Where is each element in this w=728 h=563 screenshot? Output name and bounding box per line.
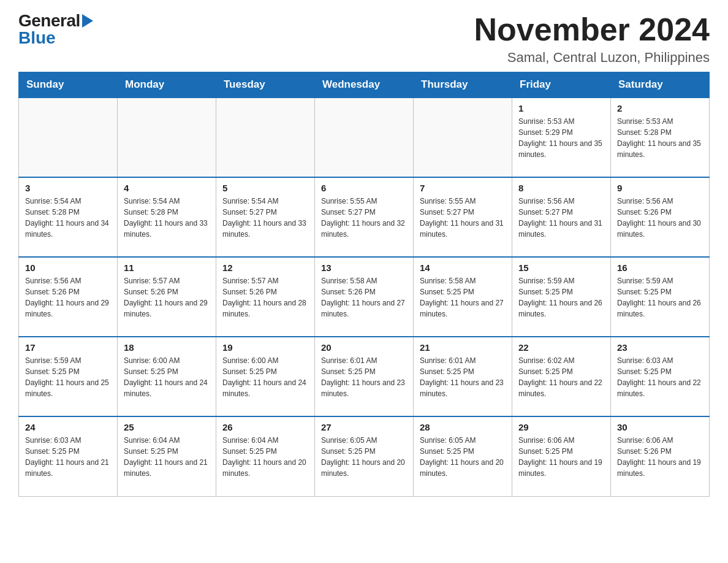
day-cell: 24Sunrise: 6:03 AM Sunset: 5:25 PM Dayli…: [19, 416, 118, 496]
day-cell: 30Sunrise: 6:06 AM Sunset: 5:26 PM Dayli…: [611, 416, 710, 496]
day-cell: 7Sunrise: 5:55 AM Sunset: 5:27 PM Daylig…: [414, 177, 512, 257]
header-wednesday: Wednesday: [315, 72, 414, 98]
day-info: Sunrise: 6:01 AM Sunset: 5:25 PM Dayligh…: [321, 355, 407, 399]
header-friday: Friday: [512, 72, 611, 98]
header-monday: Monday: [118, 72, 216, 98]
day-info: Sunrise: 5:55 AM Sunset: 5:27 PM Dayligh…: [321, 196, 407, 240]
day-cell: 25Sunrise: 6:04 AM Sunset: 5:25 PM Dayli…: [118, 416, 216, 496]
day-cell: 29Sunrise: 6:06 AM Sunset: 5:25 PM Dayli…: [512, 416, 611, 496]
day-info: Sunrise: 6:05 AM Sunset: 5:25 PM Dayligh…: [420, 435, 506, 479]
day-number: 20: [321, 342, 407, 353]
day-number: 11: [124, 262, 210, 273]
header-thursday: Thursday: [414, 72, 512, 98]
day-number: 21: [420, 342, 506, 353]
day-cell: 5Sunrise: 5:54 AM Sunset: 5:27 PM Daylig…: [216, 177, 315, 257]
week-row-1: 1Sunrise: 5:53 AM Sunset: 5:29 PM Daylig…: [19, 98, 710, 177]
day-cell: 11Sunrise: 5:57 AM Sunset: 5:26 PM Dayli…: [118, 257, 216, 337]
day-info: Sunrise: 5:55 AM Sunset: 5:27 PM Dayligh…: [420, 196, 506, 240]
day-cell: 9Sunrise: 5:56 AM Sunset: 5:26 PM Daylig…: [611, 177, 710, 257]
day-cell: 12Sunrise: 5:57 AM Sunset: 5:26 PM Dayli…: [216, 257, 315, 337]
day-info: Sunrise: 5:53 AM Sunset: 5:28 PM Dayligh…: [617, 116, 703, 160]
day-info: Sunrise: 6:05 AM Sunset: 5:25 PM Dayligh…: [321, 435, 407, 479]
logo: General Blue: [18, 12, 93, 47]
day-number: 8: [518, 183, 604, 193]
day-info: Sunrise: 6:04 AM Sunset: 5:25 PM Dayligh…: [124, 435, 210, 479]
day-info: Sunrise: 5:56 AM Sunset: 5:26 PM Dayligh…: [25, 275, 111, 320]
header-saturday: Saturday: [611, 72, 710, 98]
day-number: 18: [124, 342, 210, 353]
day-number: 29: [518, 422, 604, 432]
day-info: Sunrise: 6:06 AM Sunset: 5:25 PM Dayligh…: [518, 435, 604, 479]
day-number: 25: [124, 422, 210, 432]
day-number: 16: [617, 262, 703, 273]
week-row-4: 17Sunrise: 5:59 AM Sunset: 5:25 PM Dayli…: [19, 337, 710, 416]
header-tuesday: Tuesday: [216, 72, 315, 98]
day-info: Sunrise: 5:54 AM Sunset: 5:27 PM Dayligh…: [222, 196, 308, 240]
day-cell: 15Sunrise: 5:59 AM Sunset: 5:25 PM Dayli…: [512, 257, 611, 337]
day-info: Sunrise: 5:58 AM Sunset: 5:25 PM Dayligh…: [420, 275, 506, 320]
day-info: Sunrise: 6:00 AM Sunset: 5:25 PM Dayligh…: [222, 355, 308, 399]
month-title: November 2024: [474, 12, 710, 47]
day-cell: [216, 98, 315, 177]
header-row: SundayMondayTuesdayWednesdayThursdayFrid…: [19, 72, 710, 98]
day-cell: [19, 98, 118, 177]
day-cell: 27Sunrise: 6:05 AM Sunset: 5:25 PM Dayli…: [315, 416, 414, 496]
day-number: 7: [420, 183, 506, 193]
day-cell: [315, 98, 414, 177]
day-number: 27: [321, 422, 407, 432]
day-info: Sunrise: 6:06 AM Sunset: 5:26 PM Dayligh…: [617, 435, 703, 479]
day-number: 5: [222, 183, 308, 193]
day-cell: 26Sunrise: 6:04 AM Sunset: 5:25 PM Dayli…: [216, 416, 315, 496]
day-number: 6: [321, 183, 407, 193]
day-info: Sunrise: 5:53 AM Sunset: 5:29 PM Dayligh…: [518, 116, 604, 160]
day-info: Sunrise: 5:58 AM Sunset: 5:26 PM Dayligh…: [321, 275, 407, 320]
day-info: Sunrise: 5:59 AM Sunset: 5:25 PM Dayligh…: [518, 275, 604, 320]
day-number: 9: [617, 183, 703, 193]
day-cell: 3Sunrise: 5:54 AM Sunset: 5:28 PM Daylig…: [19, 177, 118, 257]
calendar-body: 1Sunrise: 5:53 AM Sunset: 5:29 PM Daylig…: [19, 98, 710, 496]
day-info: Sunrise: 5:59 AM Sunset: 5:25 PM Dayligh…: [617, 275, 703, 320]
day-number: 14: [420, 262, 506, 273]
day-info: Sunrise: 5:54 AM Sunset: 5:28 PM Dayligh…: [124, 196, 210, 240]
day-number: 3: [25, 183, 111, 193]
day-info: Sunrise: 6:04 AM Sunset: 5:25 PM Dayligh…: [222, 435, 308, 479]
day-number: 22: [518, 342, 604, 353]
day-cell: [414, 98, 512, 177]
day-info: Sunrise: 5:59 AM Sunset: 5:25 PM Dayligh…: [25, 355, 111, 399]
day-number: 30: [617, 422, 703, 432]
day-info: Sunrise: 6:01 AM Sunset: 5:25 PM Dayligh…: [420, 355, 506, 399]
day-cell: 8Sunrise: 5:56 AM Sunset: 5:27 PM Daylig…: [512, 177, 611, 257]
day-info: Sunrise: 5:57 AM Sunset: 5:26 PM Dayligh…: [222, 275, 308, 320]
day-cell: 16Sunrise: 5:59 AM Sunset: 5:25 PM Dayli…: [611, 257, 710, 337]
day-number: 15: [518, 262, 604, 273]
header-sunday: Sunday: [19, 72, 118, 98]
day-number: 23: [617, 342, 703, 353]
day-number: 12: [222, 262, 308, 273]
day-cell: 10Sunrise: 5:56 AM Sunset: 5:26 PM Dayli…: [19, 257, 118, 337]
day-number: 1: [518, 103, 604, 113]
day-cell: 19Sunrise: 6:00 AM Sunset: 5:25 PM Dayli…: [216, 337, 315, 416]
day-cell: 6Sunrise: 5:55 AM Sunset: 5:27 PM Daylig…: [315, 177, 414, 257]
day-number: 24: [25, 422, 111, 432]
day-info: Sunrise: 5:56 AM Sunset: 5:27 PM Dayligh…: [518, 196, 604, 240]
day-cell: 2Sunrise: 5:53 AM Sunset: 5:28 PM Daylig…: [611, 98, 710, 177]
logo-general-text: General: [18, 12, 93, 29]
calendar-table: SundayMondayTuesdayWednesdayThursdayFrid…: [18, 72, 710, 497]
day-info: Sunrise: 6:02 AM Sunset: 5:25 PM Dayligh…: [518, 355, 604, 399]
day-cell: [118, 98, 216, 177]
location: Samal, Central Luzon, Philippines: [474, 50, 710, 66]
day-info: Sunrise: 5:56 AM Sunset: 5:26 PM Dayligh…: [617, 196, 703, 240]
day-info: Sunrise: 6:03 AM Sunset: 5:25 PM Dayligh…: [617, 355, 703, 399]
day-cell: 13Sunrise: 5:58 AM Sunset: 5:26 PM Dayli…: [315, 257, 414, 337]
page-header: General Blue November 2024 Samal, Centra…: [18, 12, 710, 66]
day-info: Sunrise: 6:00 AM Sunset: 5:25 PM Dayligh…: [124, 355, 210, 399]
week-row-3: 10Sunrise: 5:56 AM Sunset: 5:26 PM Dayli…: [19, 257, 710, 337]
day-number: 10: [25, 262, 111, 273]
day-cell: 20Sunrise: 6:01 AM Sunset: 5:25 PM Dayli…: [315, 337, 414, 416]
day-cell: 4Sunrise: 5:54 AM Sunset: 5:28 PM Daylig…: [118, 177, 216, 257]
calendar-header: SundayMondayTuesdayWednesdayThursdayFrid…: [19, 72, 710, 98]
day-cell: 23Sunrise: 6:03 AM Sunset: 5:25 PM Dayli…: [611, 337, 710, 416]
day-number: 26: [222, 422, 308, 432]
day-info: Sunrise: 6:03 AM Sunset: 5:25 PM Dayligh…: [25, 435, 111, 479]
week-row-5: 24Sunrise: 6:03 AM Sunset: 5:25 PM Dayli…: [19, 416, 710, 496]
